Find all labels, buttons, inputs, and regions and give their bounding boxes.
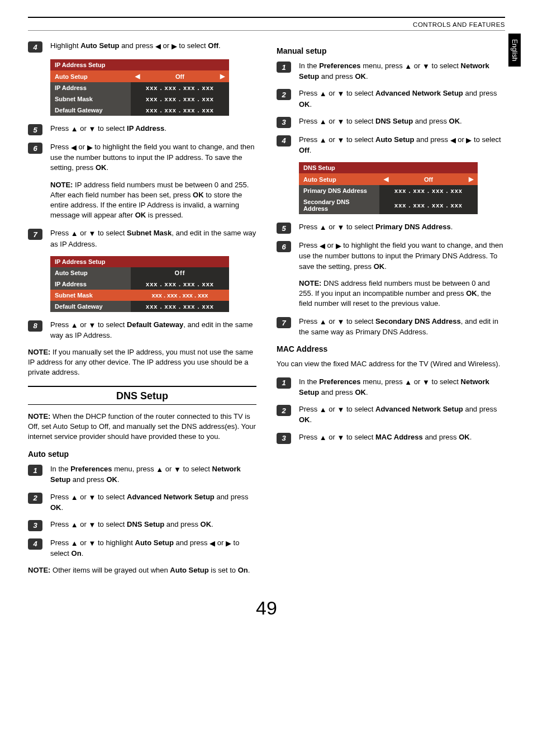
manual-step-5: 5 Press ▲ or ▼ to select Primary DNS Add… — [277, 222, 505, 234]
step-text: Press ▲ or ▼ to select Primary DNS Addre… — [299, 222, 505, 233]
auto-step-2: 2 Press ▲ or ▼ to select Advanced Networ… — [28, 492, 256, 513]
auto-step-1: 1 In the Preferences menu, press ▲ or ▼ … — [28, 464, 256, 485]
right-arrow-icon: ▶ — [466, 135, 472, 145]
header-underline — [28, 30, 505, 31]
left-arrow-icon: ◀ — [135, 73, 140, 80]
up-arrow-icon: ▲ — [320, 223, 327, 233]
header-section: CONTROLS AND FEATURES — [28, 21, 505, 28]
left-arrow-icon: ◀ — [384, 176, 388, 183]
step-badge: 4 — [28, 538, 42, 550]
step-text: Press ◀ or ▶ to highlight the field you … — [299, 240, 505, 272]
step-text: Press ▲ or ▼ to select Advanced Network … — [299, 404, 505, 425]
manual-setup-heading: Manual setup — [277, 46, 505, 55]
top-rule — [28, 17, 505, 18]
table-row-label: Secondary DNS Address — [299, 196, 379, 214]
manual-step-7: 7 Press ▲ or ▼ to select Secondary DNS A… — [277, 316, 505, 337]
ip-table-2: IP Address Setup Auto SetupOff IP Addres… — [50, 256, 229, 312]
mac-step-3: 3 Press ▲ or ▼ to select MAC Address and… — [277, 432, 505, 444]
table-row-value: xxx . xxx . xxx . xxx — [379, 196, 478, 214]
up-arrow-icon: ▲ — [156, 465, 163, 475]
table-title: IP Address Setup — [50, 59, 229, 70]
columns: 4 Highlight Auto Setup and press ◀ or ▶ … — [28, 41, 505, 584]
down-arrow-icon: ▼ — [337, 433, 345, 443]
table-row-label: Auto Setup — [299, 173, 379, 185]
page-number: 49 — [28, 597, 505, 619]
note-private-ip: NOTE: If you manually set the IP address… — [28, 347, 256, 378]
left-arrow-icon: ◀ — [210, 538, 215, 549]
up-arrow-icon: ▲ — [320, 89, 327, 99]
left-arrow-icon: ◀ — [320, 241, 325, 251]
down-arrow-icon: ▼ — [337, 317, 345, 327]
left-arrow-icon: ◀ — [71, 143, 77, 153]
right-arrow-icon: ▶ — [220, 73, 225, 80]
down-arrow-icon: ▼ — [174, 465, 181, 475]
table-row-label: IP Address — [50, 82, 131, 93]
step-text: Press ▲ or ▼ to highlight Auto Setup and… — [50, 538, 256, 559]
dns-setup-heading: DNS Setup — [28, 386, 256, 405]
manual-step-6: 6 Press ◀ or ▶ to highlight the field yo… — [277, 240, 505, 272]
header-text: CONTROLS AND FEATURES — [413, 21, 505, 28]
left-arrow-icon: ◀ — [155, 41, 161, 51]
step-5: 5 Press ▲ or ▼ to select IP Address. — [28, 124, 256, 135]
step-7: 7 Press ▲ or ▼ to select Subnet Mask, an… — [28, 228, 256, 249]
step-badge: 5 — [277, 223, 291, 234]
step-text: In the Preferences menu, press ▲ or ▼ to… — [50, 464, 256, 485]
step-badge: 2 — [28, 493, 42, 504]
step-badge: 2 — [277, 405, 291, 416]
step-text: Press ▲ or ▼ to select Advanced Network … — [299, 88, 505, 109]
step-4: 4 Highlight Auto Setup and press ◀ or ▶ … — [28, 41, 256, 53]
down-arrow-icon: ▼ — [422, 377, 430, 388]
up-arrow-icon: ▲ — [71, 124, 78, 134]
down-arrow-icon: ▼ — [337, 405, 345, 415]
manual-step-4: 4 Press ▲ or ▼ to select Auto Setup and … — [277, 135, 505, 155]
step-badge: 3 — [277, 433, 291, 444]
up-arrow-icon: ▲ — [320, 317, 327, 327]
up-arrow-icon: ▲ — [320, 135, 327, 145]
table-row-value: xxx . xxx . xxx . xxx — [379, 185, 478, 196]
table-row-label: Primary DNS Address — [299, 185, 379, 196]
dns-table: DNS Setup Auto Setup◀Off▶ Primary DNS Ad… — [299, 162, 478, 214]
down-arrow-icon: ▼ — [422, 62, 430, 72]
step-badge: 3 — [28, 520, 42, 531]
table-title: IP Address Setup — [50, 256, 229, 267]
table-row-label: Subnet Mask — [50, 290, 131, 301]
step-badge: 1 — [28, 465, 42, 476]
up-arrow-icon: ▲ — [404, 377, 412, 388]
note-auto-grayed: NOTE: Other items will be grayed out whe… — [28, 565, 256, 575]
step-badge: 3 — [277, 117, 291, 128]
step-text: In the Preferences menu, press ▲ or ▼ to… — [299, 61, 505, 82]
auto-step-4: 4 Press ▲ or ▼ to highlight Auto Setup a… — [28, 538, 256, 559]
step-text: Highlight Auto Setup and press ◀ or ▶ to… — [50, 41, 256, 51]
up-arrow-icon: ▲ — [320, 433, 327, 443]
right-arrow-icon: ▶ — [87, 143, 93, 153]
ip-table-1: IP Address Setup Auto Setup◀Off▶ IP Addr… — [50, 59, 229, 116]
down-arrow-icon: ▼ — [89, 493, 96, 503]
mac-intro: You can view the fixed MAC address for t… — [277, 359, 505, 369]
step-text: Press ▲ or ▼ to select Secondary DNS Add… — [299, 316, 505, 337]
step-text: Press ▲ or ▼ to select Auto Setup and pr… — [299, 135, 505, 155]
table-row-label: Auto Setup — [50, 70, 131, 82]
table-row-label: Auto Setup — [50, 267, 131, 278]
step-badge: 5 — [28, 124, 42, 135]
down-arrow-icon: ▼ — [337, 223, 345, 233]
table-row-value: xxx . xxx . xxx . xxx — [131, 82, 229, 93]
step-text: In the Preferences menu, press ▲ or ▼ to… — [299, 377, 505, 398]
step-text: Press ▲ or ▼ to select DNS Setup and pre… — [50, 519, 256, 530]
table-row-label: Default Gateway — [50, 105, 131, 116]
step-badge: 2 — [277, 89, 291, 100]
table-row-label: IP Address — [50, 278, 131, 290]
down-arrow-icon: ▼ — [337, 135, 345, 145]
table-row-value: Off — [131, 267, 229, 278]
right-arrow-icon: ▶ — [469, 176, 473, 183]
table-row-value: xxx . xxx . xxx . xxx — [131, 278, 229, 290]
note-dns-range: NOTE: DNS address field numbers must be … — [299, 278, 505, 309]
manual-step-1: 1 In the Preferences menu, press ▲ or ▼ … — [277, 61, 505, 82]
step-badge: 4 — [28, 41, 42, 53]
up-arrow-icon: ▲ — [320, 117, 327, 127]
step-badge: 6 — [28, 143, 42, 154]
mac-step-2: 2 Press ▲ or ▼ to select Advanced Networ… — [277, 404, 505, 425]
step-badge: 4 — [277, 135, 291, 147]
auto-setup-heading: Auto setup — [28, 450, 256, 459]
table-row-value: ◀Off▶ — [379, 173, 478, 185]
table-row-value: xxx . xxx . xxx . xxx — [131, 290, 229, 301]
